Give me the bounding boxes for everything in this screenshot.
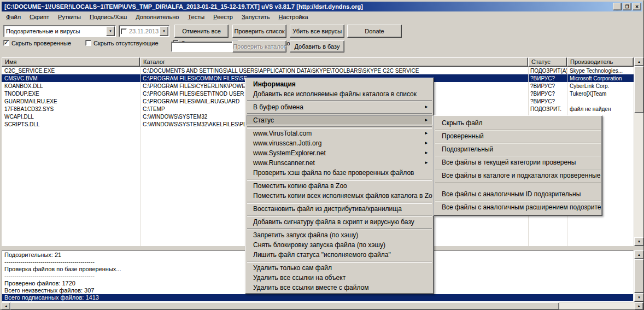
check-list-button[interactable]: Проверить список <box>232 25 286 38</box>
filter-checkbox-label: Скрыть отсутствующие <box>93 40 159 46</box>
context-menu-item[interactable]: В буфер обмена► <box>247 102 432 112</box>
menu-item-label: Запретить запуск файла (по хэшу) <box>253 231 358 239</box>
context-menu-item[interactable]: Восстановить файл из дистрибутива/хранил… <box>247 204 432 214</box>
context-menu-item[interactable]: Поместить копии всех исполняемых файлов … <box>247 191 432 201</box>
menu-item-label: www.SystemExplorer.net <box>253 149 326 157</box>
date-dropdown-arrow-icon[interactable]: ▼ <box>160 26 168 36</box>
menu-item-label: В буфер обмена <box>253 103 303 111</box>
menubar-item[interactable]: Скрипт <box>25 13 54 21</box>
titlebar[interactable]: [C:\DOCUME~1\!USER!\LOCALS~1\TEMP\UVS_TM… <box>2 2 642 11</box>
scroll-up-icon[interactable]: ▲ <box>634 57 644 66</box>
column-header-name[interactable]: Имя <box>2 57 140 67</box>
cell-name: CMSVC.BVM <box>2 75 140 81</box>
cell-name: KOANBOX.DLL <box>2 83 140 89</box>
context-menu-item[interactable]: Удалить только сам файл <box>247 263 432 273</box>
table-scrollbar[interactable]: ▲ ▼ <box>634 57 643 246</box>
kill-all-viruses-button[interactable]: Убить все вирусы <box>290 25 344 38</box>
submenu-item[interactable]: Скрыть файл <box>435 117 601 130</box>
donate-button[interactable]: Donate <box>347 25 402 38</box>
cell-name: WCAPI.DLL <box>2 114 140 120</box>
context-menu-item[interactable]: www.VirusTotal.com► <box>247 128 432 138</box>
context-menu-item[interactable]: Лишить файл статуса "исполняемого файла" <box>247 250 432 260</box>
context-menu-item[interactable]: Снять блокировку запуска файла (по хэшу) <box>247 240 432 250</box>
menubar-item[interactable]: Настройка <box>274 13 312 21</box>
check-catalog-button[interactable]: Проверить каталог <box>232 40 286 52</box>
column-divider <box>140 67 140 246</box>
date-picker[interactable]: 23.11.2013 ▼ <box>119 25 169 37</box>
context-menu-item[interactable]: Удалить все ссылки на объект <box>247 273 432 283</box>
submenu-item[interactable]: Проверенный <box>435 130 601 143</box>
cell-name: SCRIPTS.DLL <box>2 121 140 127</box>
menu-item-label: Восстановить файл из дистрибутива/хранил… <box>253 205 402 213</box>
app-window: [C:\DOCUME~1\!USER!\LOCALS~1\TEMP\UVS_TM… <box>0 0 644 310</box>
menubar-item[interactable]: Запустить <box>237 13 274 21</box>
close-button[interactable]: ✕ <box>633 3 641 10</box>
context-menu-item[interactable]: Статус► <box>247 115 432 125</box>
menubar-item[interactable]: Файл <box>2 13 25 21</box>
cell-status: ?ВИРУС? <box>528 98 567 104</box>
context-menu-item[interactable]: Добавить все исполняемые файлы каталога … <box>247 89 432 99</box>
cancel-all-button[interactable]: Отменить все <box>174 25 229 38</box>
menubar-item[interactable]: Тесты <box>183 13 209 21</box>
table-scrollbar-thumb[interactable] <box>634 66 644 113</box>
cell-producer: файл не найден <box>567 106 634 112</box>
context-menu-item[interactable]: www.SystemExplorer.net► <box>247 148 432 158</box>
filter-checkbox[interactable]: ✓Скрыть проверенные <box>3 39 85 47</box>
filter-input[interactable] <box>171 42 232 52</box>
cell-name: TNODUP.EXE <box>2 91 140 97</box>
context-menu-item[interactable]: Проверить хэш файла по базе проверенных … <box>247 168 432 178</box>
menu-item-label: Удалить все ссылки вместе с файлом <box>253 284 369 291</box>
horizontal-scrollbar-thumb[interactable] <box>10 302 559 310</box>
menu-item-label: Информация <box>253 80 296 88</box>
scroll-left-icon[interactable]: ◄ <box>2 302 10 310</box>
add-to-base-button[interactable]: Добавить в базу <box>290 40 344 52</box>
menu-item-label: Добавить сигнатуру файла в скрипт и виру… <box>253 218 414 226</box>
log-scrollbar[interactable]: ▲ ▼ <box>634 250 643 302</box>
column-header-status[interactable]: Статус <box>528 57 567 67</box>
submenu-item[interactable]: Все файлы с аналогичным ID подозрительны <box>435 188 601 201</box>
menubar-item[interactable]: Реестр <box>209 13 237 21</box>
scroll-right-icon[interactable]: ► <box>635 302 643 310</box>
menu-item-label: Все файлы в текущей категории проверены <box>442 159 576 166</box>
menubar-item[interactable]: Подпись/Хэш <box>85 13 131 21</box>
table-header: Имя Каталог Статус Производитель <box>2 57 643 67</box>
context-menu-item[interactable]: www.virusscan.Jotti.org► <box>247 138 432 148</box>
category-dropdown[interactable]: Подозрительные и вирусы ▼ <box>3 25 116 37</box>
minimize-button[interactable]: _ <box>613 3 622 10</box>
log-scroll-down-icon[interactable]: ▼ <box>634 293 644 302</box>
column-header-producer[interactable]: Производитель <box>567 57 634 67</box>
checkbox-icon[interactable] <box>85 40 91 46</box>
submenu-item[interactable]: Все файлы в текущей категории проверены <box>435 156 601 169</box>
context-menu-item[interactable]: Удалить все ссылки вместе с файлом <box>247 283 432 293</box>
submenu-item[interactable]: Подозрительный <box>435 143 601 156</box>
context-menu-item[interactable]: www.Runscanner.net► <box>247 158 432 168</box>
checkbox-checked-icon[interactable]: ✓ <box>3 40 9 46</box>
menu-item-label: Поместить копии всех исполняемых файлов … <box>253 192 432 200</box>
scroll-down-icon[interactable]: ▼ <box>634 237 644 246</box>
cell-name: C2C_SERVICE.EXE <box>2 68 140 74</box>
menu-item-label: Снять блокировку запуска файла (по хэшу) <box>253 241 385 249</box>
table-row[interactable]: C2C_SERVICE.EXEC:\DOCUMENTS AND SETTINGS… <box>2 67 634 74</box>
context-menu-item[interactable]: Запретить запуск файла (по хэшу) <box>247 230 432 240</box>
menubar-item[interactable]: Дополнительно <box>131 13 183 21</box>
context-menu-item[interactable]: Добавить сигнатуру файла в скрипт и виру… <box>247 217 432 227</box>
log-scrollbar-thumb[interactable] <box>634 259 644 293</box>
submenu-arrow-icon: ► <box>424 128 429 138</box>
minimize-icon: _ <box>616 6 618 11</box>
menu-item-label: Статус <box>253 116 274 124</box>
column-header-catalog[interactable]: Каталог <box>140 57 528 67</box>
maximize-button[interactable]: ❐ <box>623 3 631 10</box>
submenu-item[interactable]: Все файлы в каталоге и подкаталогах пров… <box>435 169 601 183</box>
menubar: ФайлСкриптРуткитыПодпись/ХэшДополнительн… <box>2 12 642 22</box>
date-checkbox[interactable] <box>121 28 127 34</box>
context-menu-item[interactable]: Поместить копию файла в Zoo <box>247 181 432 191</box>
window-title: [C:\DOCUME~1\!USER!\LOCALS~1\TEMP\UVS_TM… <box>4 3 612 10</box>
menubar-item[interactable]: Руткиты <box>54 13 85 21</box>
menu-item-label: Удалить только сам файл <box>253 264 332 272</box>
horizontal-scrollbar[interactable]: ◄ ► <box>2 302 643 310</box>
context-menu-item[interactable]: Информация <box>247 79 432 89</box>
filter-checkbox[interactable]: Скрыть отсутствующие <box>85 39 173 47</box>
submenu-item[interactable]: Все файлы с аналогичным расширением подо… <box>435 201 601 214</box>
log-scroll-up-icon[interactable]: ▲ <box>634 250 644 259</box>
dropdown-arrow-icon[interactable]: ▼ <box>106 26 115 36</box>
